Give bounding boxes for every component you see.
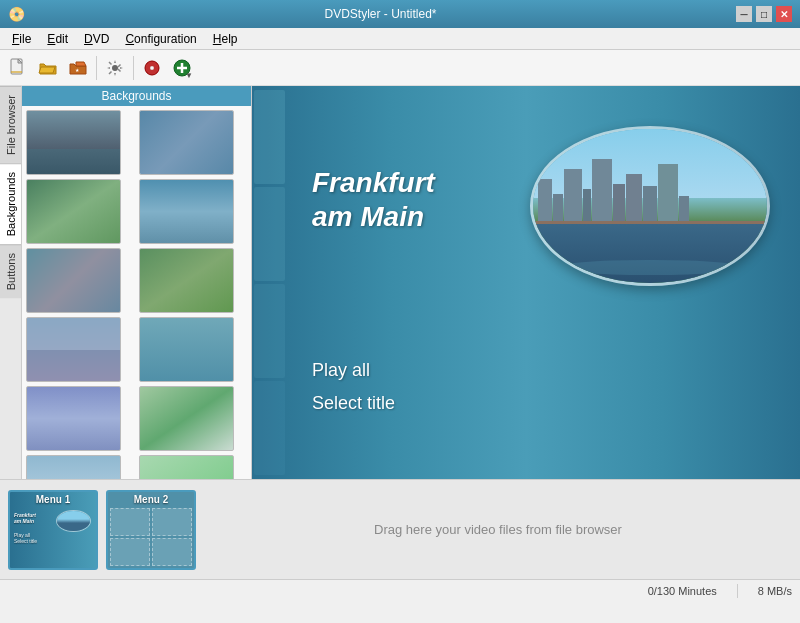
background-thumb-5[interactable] <box>26 248 121 313</box>
recent-icon: ★ <box>68 58 88 78</box>
status-time: 0/130 Minutes <box>648 585 717 597</box>
menu-help[interactable]: Help <box>205 30 246 48</box>
menu1-label: Menu 1 <box>10 494 96 505</box>
menu-file[interactable]: File <box>4 30 39 48</box>
preview-area: Frankfurt am Main <box>252 86 800 479</box>
background-thumb-8[interactable] <box>139 317 234 382</box>
panel-scroll[interactable] <box>22 106 251 479</box>
svg-rect-1 <box>11 71 22 73</box>
open-button[interactable] <box>34 54 62 82</box>
play-all-button[interactable]: Play all <box>312 354 395 386</box>
background-thumb-7[interactable] <box>26 317 121 382</box>
window-controls: ─ □ ✕ <box>736 6 792 22</box>
status-size: 8 MB/s <box>758 585 792 597</box>
main-area: File browser Backgrounds Buttons Backgro… <box>0 86 800 479</box>
maximize-button[interactable]: □ <box>756 6 772 22</box>
toolbar-separator-1 <box>96 56 97 80</box>
background-thumb-6[interactable] <box>139 248 234 313</box>
sidebar-tabs: File browser Backgrounds Buttons <box>0 86 22 479</box>
menu-buttons: Play all Select title <box>312 354 395 419</box>
close-button[interactable]: ✕ <box>776 6 792 22</box>
menu2-cell-2 <box>152 508 192 536</box>
menu2-cell-1 <box>110 508 150 536</box>
menu-configuration[interactable]: Configuration <box>117 30 204 48</box>
settings-button[interactable] <box>101 54 129 82</box>
menu2-cell-4 <box>152 538 192 566</box>
statusbar-separator <box>737 584 738 598</box>
background-thumb-4[interactable] <box>139 179 234 244</box>
menu2-cell-3 <box>110 538 150 566</box>
menu-edit[interactable]: Edit <box>39 30 76 48</box>
menu2-content <box>110 508 192 566</box>
new-button[interactable] <box>4 54 32 82</box>
menubar: File Edit DVD Configuration Help <box>0 28 800 50</box>
add-button[interactable]: ▼ <box>168 54 196 82</box>
new-icon <box>8 58 28 78</box>
timeline-area: Menu 1 Frankfurtam Main Play allSelect t… <box>0 479 800 579</box>
background-thumb-12[interactable] <box>139 455 234 479</box>
thumbnails-grid <box>22 106 251 479</box>
drag-hint: Drag here your video files from file bro… <box>204 522 792 537</box>
app-icon: 📀 <box>8 6 25 22</box>
recent-button[interactable]: ★ <box>64 54 92 82</box>
background-thumb-1[interactable] <box>26 110 121 175</box>
burn-button[interactable] <box>138 54 166 82</box>
background-thumb-3[interactable] <box>26 179 121 244</box>
sidebar-tab-buttons[interactable]: Buttons <box>0 244 21 298</box>
city-photo-oval <box>530 126 770 286</box>
city-photo <box>533 129 767 283</box>
sidebar-tab-backgrounds[interactable]: Backgrounds <box>0 163 21 244</box>
burn-icon <box>142 58 162 78</box>
menu-thumb-2[interactable]: Menu 2 <box>106 490 196 570</box>
titlebar: 📀 DVDStyler - Untitled* ─ □ ✕ <box>0 0 800 28</box>
menu2-label: Menu 2 <box>108 494 194 505</box>
background-thumb-11[interactable] <box>26 455 121 479</box>
menu-thumb-1[interactable]: Menu 1 Frankfurtam Main Play allSelect t… <box>8 490 98 570</box>
svg-point-6 <box>151 67 153 69</box>
window-title: DVDStyler - Untitled* <box>25 7 736 21</box>
buildings <box>533 159 767 224</box>
backgrounds-panel: Backgrounds <box>22 86 252 479</box>
menu2-grid <box>110 508 192 566</box>
select-title-button[interactable]: Select title <box>312 387 395 419</box>
toolbar-separator-2 <box>133 56 134 80</box>
background-thumb-9[interactable] <box>26 386 121 451</box>
statusbar: 0/130 Minutes 8 MB/s <box>0 579 800 601</box>
open-icon <box>38 58 58 78</box>
settings-icon <box>105 58 125 78</box>
menu1-content: Frankfurtam Main Play allSelect title <box>12 508 94 566</box>
background-thumb-2[interactable] <box>139 110 234 175</box>
sidebar-tab-file-browser[interactable]: File browser <box>0 86 21 163</box>
toolbar: ★ ▼ <box>0 50 800 86</box>
svg-point-3 <box>112 65 118 71</box>
panel-header: Backgrounds <box>22 86 251 106</box>
minimize-button[interactable]: ─ <box>736 6 752 22</box>
background-thumb-10[interactable] <box>139 386 234 451</box>
menu-dvd[interactable]: DVD <box>76 30 117 48</box>
